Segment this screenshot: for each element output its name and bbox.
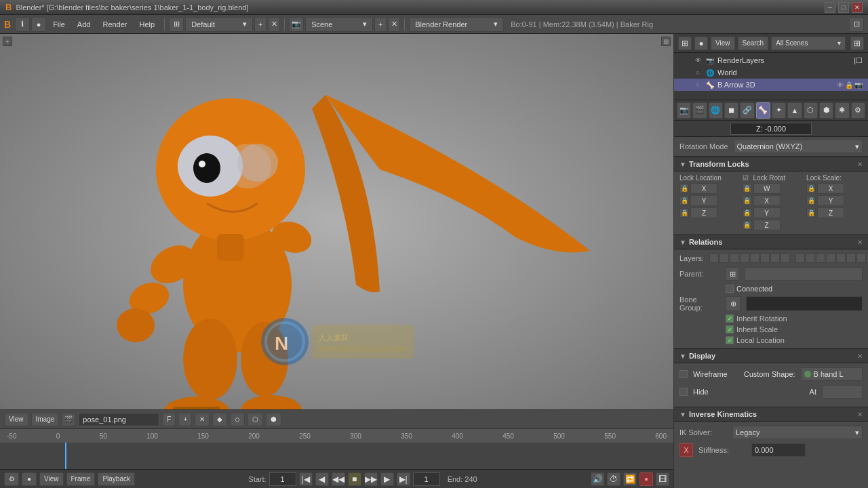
playback-options-icon[interactable]: ⚙ bbox=[4, 472, 19, 486]
jump-start-btn[interactable]: |◀ bbox=[299, 472, 313, 486]
local-location-cb[interactable]: ✓ bbox=[726, 336, 734, 344]
layer-7[interactable] bbox=[770, 253, 780, 263]
playback-unknown-btn[interactable]: ● bbox=[22, 472, 37, 486]
playback-label-btn[interactable]: Playback bbox=[98, 472, 135, 486]
render-icon[interactable]: 📷 bbox=[854, 81, 863, 89]
lock-location-x-icon[interactable]: 🔒 bbox=[679, 184, 689, 193]
render-anim-btn[interactable]: 🎞 bbox=[656, 472, 669, 486]
layer-11[interactable] bbox=[816, 253, 825, 263]
timeline-add-marker[interactable]: + bbox=[178, 413, 192, 426]
layer-1[interactable] bbox=[709, 253, 719, 263]
lock-scale-z-icon[interactable]: 🔒 bbox=[806, 208, 816, 218]
custom-shape-field[interactable]: B hand L bbox=[801, 367, 863, 381]
ik-header[interactable]: ▼ Inverse Kinematics ✕ bbox=[674, 407, 868, 422]
lock-rot-w-btn[interactable]: W bbox=[753, 183, 781, 194]
layer-8[interactable] bbox=[781, 253, 790, 263]
timeline-option4[interactable]: ⬢ bbox=[266, 413, 281, 426]
props-material-btn[interactable]: ⬡ bbox=[804, 102, 818, 119]
parent-icon[interactable]: ⊞ bbox=[726, 267, 739, 281]
scene-options-btn[interactable]: ⊞ bbox=[850, 37, 864, 50]
scene-icon-btn[interactable]: 📷 bbox=[289, 17, 304, 32]
rotation-mode-select[interactable]: Quaternion (WXYZ) ▾ bbox=[734, 140, 863, 153]
visibility-icon[interactable]: 👁 bbox=[837, 81, 844, 89]
lock-location-z-icon[interactable]: 🔒 bbox=[679, 208, 689, 218]
render-menu[interactable]: Render bbox=[97, 19, 132, 30]
lock-rot-y-btn[interactable]: Y bbox=[753, 207, 781, 218]
lock-rot-z-icon[interactable]: 🔒 bbox=[743, 220, 752, 230]
bone-group-icon[interactable]: ⊕ bbox=[726, 296, 741, 311]
timeline-image-btn[interactable]: Image bbox=[31, 413, 60, 426]
sync-btn[interactable]: ⏱ bbox=[607, 472, 620, 486]
layer-6[interactable] bbox=[760, 253, 770, 263]
layer-9[interactable] bbox=[795, 253, 805, 263]
scene-close-btn[interactable]: ✕ bbox=[388, 17, 400, 32]
timeline-option2[interactable]: ◇ bbox=[230, 413, 245, 426]
lock-rot-z-btn[interactable]: Z bbox=[753, 220, 781, 230]
bone-group-field[interactable] bbox=[746, 296, 863, 311]
display-header[interactable]: ▼ Display ✕ bbox=[674, 348, 868, 363]
fullscreen-btn[interactable]: ⊡ bbox=[849, 17, 864, 32]
layout-close-btn[interactable]: ✕ bbox=[268, 17, 280, 32]
layer-4[interactable] bbox=[740, 253, 749, 263]
display-close[interactable]: ✕ bbox=[857, 352, 863, 360]
lock-scale-y-icon[interactable]: 🔒 bbox=[806, 196, 816, 205]
info-icon-btn[interactable]: ℹ bbox=[15, 17, 30, 32]
timeline-option3[interactable]: ⬡ bbox=[248, 413, 263, 426]
layout-icon-btn[interactable]: ⊞ bbox=[169, 17, 184, 32]
lock-scale-y-btn[interactable]: Y bbox=[817, 195, 844, 206]
transform-locks-header[interactable]: ▼ Transform Locks ✕ bbox=[674, 157, 868, 171]
parent-field[interactable] bbox=[745, 267, 863, 281]
props-data-btn[interactable]: ▲ bbox=[787, 102, 802, 119]
reverse-play-btn[interactable]: ◀◀ bbox=[332, 472, 345, 486]
lock-location-y-icon[interactable]: 🔒 bbox=[679, 196, 689, 205]
timeline-track[interactable] bbox=[0, 443, 673, 469]
close-button[interactable]: ✕ bbox=[852, 2, 863, 13]
props-scene-btn[interactable]: 🎬 bbox=[692, 102, 707, 119]
viewport-options-icon[interactable]: ⊞ bbox=[661, 37, 671, 46]
lock-icon[interactable]: 🔒 bbox=[845, 81, 853, 89]
props-bone-btn[interactable]: 🦴 bbox=[756, 102, 770, 119]
tree-item-b-arrow[interactable]: ○ 🦴 B Arrow 3D 👁 🔒 📷 bbox=[674, 79, 868, 91]
props-physics-btn[interactable]: ⚙ bbox=[851, 102, 865, 119]
frame-label-btn[interactable]: Frame bbox=[66, 472, 96, 486]
jump-end-btn[interactable]: ▶| bbox=[397, 472, 410, 486]
props-particle-btn[interactable]: ✱ bbox=[835, 102, 849, 119]
prev-frame-btn[interactable]: ◀ bbox=[315, 472, 329, 486]
transform-locks-close[interactable]: ✕ bbox=[857, 161, 863, 168]
audio-btn[interactable]: 🔊 bbox=[591, 472, 604, 486]
viewport-add-icon[interactable]: + bbox=[3, 37, 12, 46]
inherit-rotation-cb[interactable]: ✓ bbox=[726, 314, 734, 323]
layout-selector[interactable]: Default ▾ bbox=[185, 17, 253, 32]
timeline-body[interactable]: -50 0 50 100 150 200 250 300 350 400 450… bbox=[0, 428, 673, 469]
lock-location-y-btn[interactable]: Y bbox=[690, 195, 717, 206]
relations-close[interactable]: ✕ bbox=[857, 239, 863, 246]
play-btn[interactable]: ▶▶ bbox=[364, 472, 378, 486]
scene-selector[interactable]: Scene ▾ bbox=[305, 17, 373, 32]
z-value-field[interactable]: Z: -0.000 bbox=[730, 123, 812, 135]
scene-view-btn[interactable]: View bbox=[711, 37, 735, 50]
props-world-btn[interactable]: 🌐 bbox=[709, 102, 723, 119]
timeline-f-btn[interactable]: F bbox=[162, 413, 176, 426]
3d-viewport[interactable]: ⊞ + N 人人素材 WWW.RENRENSUCAI.COM bbox=[0, 34, 673, 409]
layer-5[interactable] bbox=[750, 253, 760, 263]
lock-rot-x-icon[interactable]: 🔒 bbox=[743, 196, 752, 205]
layer-12[interactable] bbox=[826, 253, 835, 263]
eye-icon-renderlayers[interactable]: 👁 bbox=[693, 56, 703, 65]
render-engine-selector[interactable]: Blender Render ▾ bbox=[409, 17, 504, 32]
props-render-btn[interactable]: 📷 bbox=[677, 102, 691, 119]
props-object-btn[interactable]: ◼ bbox=[724, 102, 738, 119]
eye-icon-b-arrow[interactable]: ○ bbox=[693, 80, 703, 89]
file-menu[interactable]: File bbox=[47, 19, 71, 30]
wireframe-checkbox[interactable] bbox=[679, 370, 688, 378]
at-field[interactable] bbox=[822, 385, 863, 399]
help-menu[interactable]: Help bbox=[134, 19, 161, 30]
minimize-button[interactable]: ─ bbox=[825, 2, 835, 13]
tree-item-world[interactable]: ○ 🌐 World bbox=[674, 66, 868, 79]
lock-rot-y-icon[interactable]: 🔒 bbox=[743, 208, 752, 218]
loop-btn[interactable]: 🔁 bbox=[623, 472, 637, 486]
start-frame-input[interactable] bbox=[269, 472, 296, 486]
lock-location-x-btn[interactable]: X bbox=[690, 183, 717, 194]
ik-stiffness-field[interactable]: 0.000 bbox=[751, 443, 806, 457]
inherit-scale-cb[interactable]: ✓ bbox=[726, 325, 734, 333]
scene-add-btn[interactable]: + bbox=[374, 17, 387, 32]
